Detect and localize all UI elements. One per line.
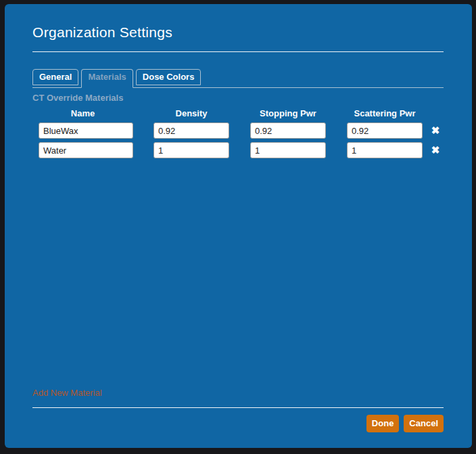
page-title: Organization Settings xyxy=(32,24,444,41)
column-header-name: Name xyxy=(32,108,133,118)
organization-settings-dialog: Organization Settings General Materials … xyxy=(5,4,472,448)
column-header-density: Density xyxy=(153,108,229,118)
column-header-scattering-pwr: Scattering Pwr xyxy=(347,108,423,118)
material-scattering-pwr-input[interactable] xyxy=(347,142,423,158)
delete-material-icon[interactable]: ✖ xyxy=(431,125,440,135)
delete-material-icon[interactable]: ✖ xyxy=(431,145,440,155)
material-scattering-pwr-input[interactable] xyxy=(347,122,423,139)
tab-dose-colors[interactable]: Dose Colors xyxy=(136,69,201,85)
table-row: ✖ xyxy=(32,122,444,139)
cancel-button[interactable]: Cancel xyxy=(404,415,444,432)
material-density-input[interactable] xyxy=(153,142,229,158)
material-name-input[interactable] xyxy=(39,142,133,158)
title-divider xyxy=(32,51,444,52)
add-new-material-link[interactable]: Add New Material xyxy=(32,388,102,398)
section-heading: CT Override Materials xyxy=(32,93,444,103)
table-header-row: Name Density Stopping Pwr Scattering Pwr xyxy=(32,108,444,118)
material-stopping-pwr-input[interactable] xyxy=(250,142,326,158)
done-button[interactable]: Done xyxy=(366,415,400,432)
column-header-stopping-pwr: Stopping Pwr xyxy=(250,108,326,118)
material-stopping-pwr-input[interactable] xyxy=(250,122,326,139)
footer-actions: Done Cancel xyxy=(32,415,444,432)
tab-materials[interactable]: Materials xyxy=(81,69,133,88)
tab-bar: General Materials Dose Colors xyxy=(32,69,444,88)
footer-divider xyxy=(32,407,444,408)
material-density-input[interactable] xyxy=(153,122,229,139)
table-row: ✖ xyxy=(32,142,444,158)
material-name-input[interactable] xyxy=(39,122,133,139)
content-spacer xyxy=(32,158,444,388)
tab-general[interactable]: General xyxy=(32,69,78,85)
